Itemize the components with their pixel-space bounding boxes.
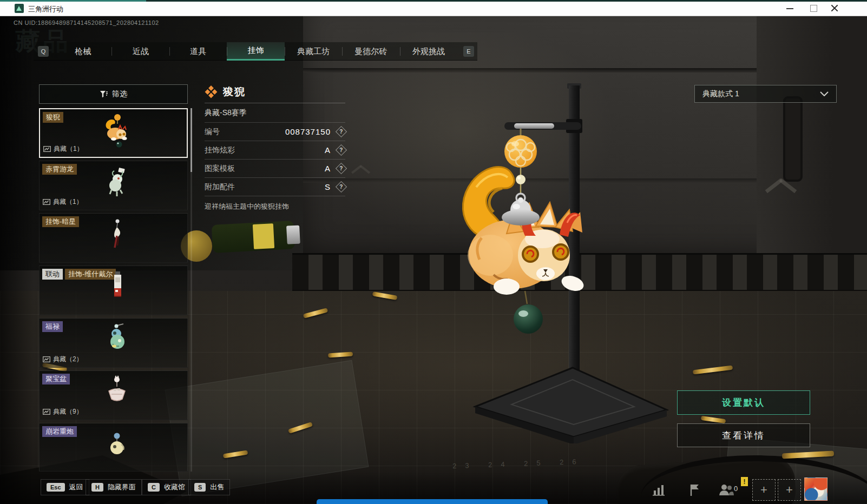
tab-melee[interactable]: 近战 xyxy=(111,42,169,61)
friends-count: 0 xyxy=(734,485,738,493)
taskbar-peek-bar[interactable] xyxy=(317,499,548,504)
collection-chip-icon xyxy=(43,356,50,362)
title-bar-accent xyxy=(0,0,867,2)
c-keycap: C xyxy=(148,483,160,492)
help-icon[interactable]: ? xyxy=(336,144,347,156)
filter-funnel-icon xyxy=(100,90,108,98)
tab-charms[interactable]: 挂饰 xyxy=(227,42,284,61)
item-name-tag: 福禄 xyxy=(42,321,63,332)
list-item-vishtel[interactable]: 联动 挂饰-维什戴尔 xyxy=(39,266,188,315)
help-icon[interactable]: ? xyxy=(336,126,347,137)
item-badge: 典藏（1） xyxy=(53,197,83,207)
hotkey-hide-ui[interactable]: H 隐藏界面 xyxy=(86,479,142,495)
season-label: 典藏-S8赛季 xyxy=(205,103,345,123)
row-value: A xyxy=(325,164,331,173)
item-linkage-tag: 联动 xyxy=(42,269,63,280)
tab-collection-workshop[interactable]: 典藏工坊 xyxy=(285,42,342,61)
row-value: 008737150 xyxy=(285,127,331,136)
h-keycap: H xyxy=(91,483,103,492)
list-item-jubaopen[interactable]: 聚宝盆 典藏（9） xyxy=(39,370,188,420)
item-description: 迎祥纳福主题中的狻猊挂饰 xyxy=(205,202,345,211)
row-label: 挂饰炫彩 xyxy=(205,145,235,155)
item-name-tag: 狻猊 xyxy=(43,112,63,123)
list-item-dark-star[interactable]: 挂饰-暗星 xyxy=(39,213,188,263)
item-thumbnail xyxy=(101,113,133,152)
item-title: 狻猊 xyxy=(223,85,246,99)
collection-chip-icon xyxy=(43,146,51,152)
stats-button[interactable] xyxy=(648,480,670,500)
hotkey-collection-hall[interactable]: C 收藏馆 xyxy=(142,479,191,495)
list-item-chixiao-dragon[interactable]: 赤霄游龙 典藏（1） xyxy=(39,161,188,210)
help-icon[interactable]: ? xyxy=(336,163,347,174)
tab-mandel-brick[interactable]: 曼德尔砖 xyxy=(342,42,399,61)
alert-badge[interactable]: ! xyxy=(741,477,748,486)
crate-handle xyxy=(783,96,803,182)
collection-chip-icon xyxy=(43,409,50,415)
left-shade xyxy=(0,16,34,504)
list-scrollbar[interactable] xyxy=(191,108,192,472)
add-slot-button[interactable]: + xyxy=(752,479,776,501)
hotkey-sell[interactable]: S 出售 xyxy=(188,479,230,495)
next-tab-key-hint[interactable]: E xyxy=(463,46,474,57)
item-thumbnail xyxy=(101,375,133,414)
app-window: 三角洲行动 23 24 25 26 xyxy=(0,0,867,504)
list-item-suanni[interactable]: 狻猊 典藏（1） xyxy=(39,108,188,158)
item-badge: 典藏（2） xyxy=(53,355,83,364)
set-default-button[interactable]: 设置默认 xyxy=(677,390,810,415)
item-name-tag: 聚宝盆 xyxy=(42,374,70,384)
flag-icon xyxy=(689,483,700,496)
esc-keycap: Esc xyxy=(47,483,65,492)
crate-column xyxy=(757,16,867,257)
s-keycap: S xyxy=(194,483,206,492)
add-slot-button[interactable]: + xyxy=(778,479,801,501)
item-thumbnail xyxy=(101,322,133,361)
collection-chip-icon xyxy=(43,199,50,205)
item-thumbnail xyxy=(101,217,133,256)
people-icon xyxy=(719,483,734,496)
row-label: 编号 xyxy=(205,127,220,137)
detail-row-accessory: 附加配件 S ? xyxy=(205,178,345,196)
app-title: 三角洲行动 xyxy=(28,4,63,14)
item-name-tag: 挂饰-暗星 xyxy=(42,216,79,227)
tab-appearance-challenge[interactable]: 外观挑战 xyxy=(400,42,457,61)
collection-gem-icon xyxy=(205,85,218,98)
style-dropdown[interactable]: 典藏款式 1 xyxy=(694,85,837,103)
item-badge: 典藏（9） xyxy=(53,407,83,416)
style-dropdown-value: 典藏款式 1 xyxy=(702,89,739,99)
row-label: 图案模板 xyxy=(205,164,235,174)
maximize-button[interactable] xyxy=(803,0,823,16)
detail-row-colorway: 挂饰炫彩 A ? xyxy=(205,141,345,160)
item-badge: 典藏（1） xyxy=(54,144,83,154)
item-thumbnail xyxy=(101,427,133,466)
list-item-fulu[interactable]: 福禄 典藏（2） xyxy=(39,318,188,368)
detail-panel: 狻猊 典藏-S8赛季 编号 008737150 ? 挂饰炫彩 A ? 图案模板 … xyxy=(205,81,345,211)
scrollbar-thumb[interactable] xyxy=(191,108,192,172)
row-label: 附加配件 xyxy=(205,182,235,192)
close-button[interactable] xyxy=(824,0,844,16)
crate-marking-icon xyxy=(351,164,370,174)
charm-preview xyxy=(444,76,682,443)
hotkey-back[interactable]: Esc 返回 xyxy=(41,479,89,495)
bar-chart-icon xyxy=(653,484,666,496)
tab-guns[interactable]: 枪械 xyxy=(54,42,111,61)
detail-row-serial: 编号 008737150 ? xyxy=(205,123,345,141)
prev-tab-key-hint[interactable]: Q xyxy=(38,46,49,57)
minimize-button[interactable] xyxy=(779,0,800,16)
crate-marking-icon xyxy=(764,177,797,194)
row-value: A xyxy=(325,145,331,155)
detail-row-pattern: 图案模板 A ? xyxy=(205,160,345,178)
player-avatar[interactable] xyxy=(804,478,827,501)
app-logo-icon xyxy=(15,4,24,13)
tab-items[interactable]: 道具 xyxy=(169,42,227,61)
filter-label: 筛选 xyxy=(112,89,127,99)
item-thumbnail xyxy=(101,270,133,309)
list-item-bengyan[interactable]: 崩岩重炮 xyxy=(39,423,188,472)
item-name-tag: 崩岩重炮 xyxy=(42,426,77,437)
chevron-down-icon xyxy=(820,91,829,96)
view-details-button[interactable]: 查看详情 xyxy=(677,423,810,447)
help-icon[interactable]: ? xyxy=(336,181,347,193)
tab-list: 枪械 近战 道具 挂饰 典藏工坊 曼德尔砖 外观挑战 xyxy=(54,42,457,61)
report-button[interactable] xyxy=(684,480,706,500)
title-bar: 三角洲行动 xyxy=(0,0,867,16)
filter-button[interactable]: 筛选 xyxy=(39,84,188,104)
